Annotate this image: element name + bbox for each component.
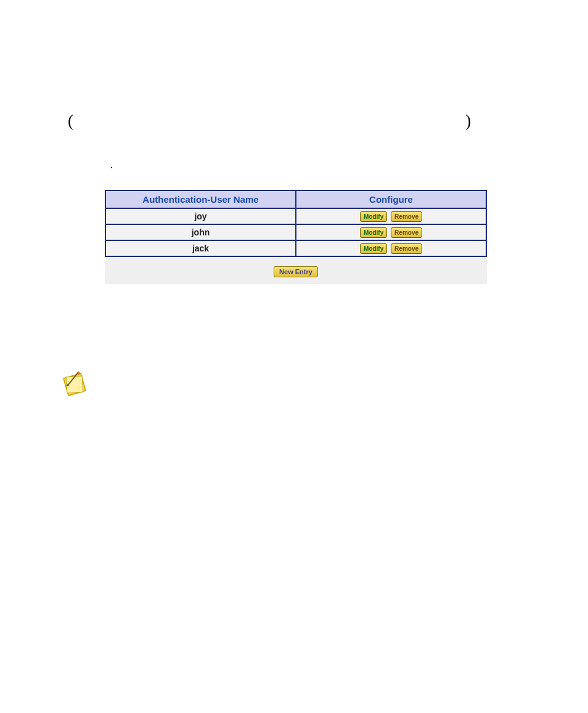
remove-button[interactable]: Remove <box>391 227 422 238</box>
cell-configure: Modify Remove <box>296 224 486 240</box>
modify-button[interactable]: Modify <box>360 243 387 254</box>
table-row: john Modify Remove <box>105 224 486 240</box>
cell-username: john <box>105 224 296 240</box>
col-header-configure: Configure <box>296 190 486 208</box>
cell-username: jack <box>105 240 296 256</box>
cell-username: joy <box>105 208 296 224</box>
paren-right: ) <box>465 111 471 131</box>
table-row: joy Modify Remove <box>105 208 486 224</box>
cell-configure: Modify Remove <box>296 208 486 224</box>
remove-button[interactable]: Remove <box>391 211 422 222</box>
table-footer: New Entry <box>105 257 487 284</box>
dot-mark: . <box>110 157 113 171</box>
new-entry-button[interactable]: New Entry <box>274 266 318 277</box>
note-icon <box>60 370 89 399</box>
svg-point-4 <box>67 384 68 386</box>
table-row: jack Modify Remove <box>105 240 486 256</box>
auth-user-table: Authentication-User Name Configure joy M… <box>105 190 487 257</box>
paren-left: ( <box>68 111 73 131</box>
modify-button[interactable]: Modify <box>360 211 387 222</box>
col-header-user: Authentication-User Name <box>105 190 296 208</box>
cell-configure: Modify Remove <box>296 240 486 256</box>
auth-user-panel: Authentication-User Name Configure joy M… <box>105 190 487 284</box>
modify-button[interactable]: Modify <box>360 227 387 238</box>
remove-button[interactable]: Remove <box>391 243 422 254</box>
